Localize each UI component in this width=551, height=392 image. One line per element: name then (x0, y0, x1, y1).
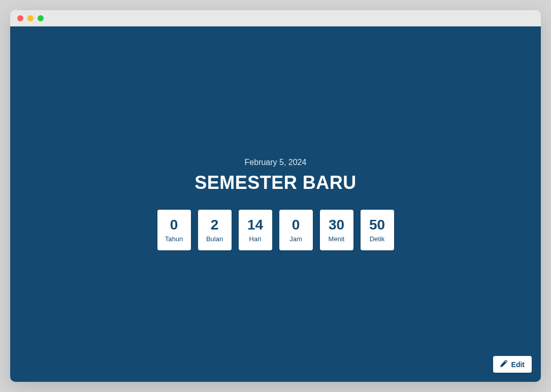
unit-label: Hari (249, 235, 262, 243)
unit-label: Detik (370, 235, 385, 243)
unit-value: 2 (211, 218, 219, 232)
unit-detik: 50 Detik (361, 210, 394, 250)
unit-menit: 30 Menit (320, 210, 353, 250)
target-date: February 5, 2024 (245, 158, 307, 167)
countdown-units: 0 Tahun 2 Bulan 14 Hari 0 Jam 30 Menit 5… (157, 210, 394, 250)
event-title: SEMESTER BARU (195, 172, 356, 193)
edit-icon (500, 360, 507, 369)
unit-value: 0 (170, 218, 178, 232)
unit-value: 30 (329, 218, 344, 232)
unit-bulan: 2 Bulan (198, 210, 232, 250)
countdown-panel: February 5, 2024 SEMESTER BARU 0 Tahun 2… (10, 26, 541, 382)
unit-label: Jam (289, 235, 302, 243)
app-window: February 5, 2024 SEMESTER BARU 0 Tahun 2… (10, 10, 541, 382)
window-titlebar (10, 10, 541, 26)
window-maximize-button[interactable] (38, 15, 44, 21)
unit-hari: 14 Hari (239, 210, 272, 250)
edit-button-label: Edit (511, 361, 525, 369)
unit-label: Menit (329, 235, 345, 243)
window-minimize-button[interactable] (27, 15, 34, 21)
window-close-button[interactable] (17, 15, 23, 21)
unit-tahun: 0 Tahun (157, 210, 191, 250)
unit-label: Bulan (206, 235, 223, 243)
unit-value: 50 (369, 218, 385, 232)
unit-label: Tahun (165, 235, 183, 243)
unit-value: 0 (292, 218, 300, 232)
unit-value: 14 (247, 218, 263, 232)
edit-button[interactable]: Edit (493, 356, 532, 373)
unit-jam: 0 Jam (279, 210, 313, 250)
